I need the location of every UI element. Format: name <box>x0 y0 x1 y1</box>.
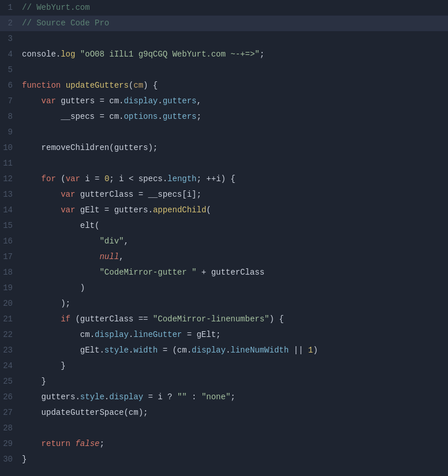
line-number: 8 <box>0 109 22 125</box>
token: appendChild <box>153 205 206 215</box>
code-line: 25 } <box>0 374 448 389</box>
code-line: 1// WebYurt.com <box>0 0 448 16</box>
line-number: 12 <box>0 171 22 187</box>
line-number: 18 <box>0 265 22 280</box>
line-number: 25 <box>0 374 22 389</box>
token: ); <box>22 299 70 308</box>
code-line: 9 <box>0 125 448 140</box>
token: } <box>22 455 27 464</box>
token <box>22 237 99 246</box>
token: var <box>66 174 80 183</box>
token: gElt = gutters <box>75 205 148 215</box>
line-number: 1 <box>0 0 22 16</box>
token: ( <box>206 205 211 215</box>
line-number: 27 <box>0 405 22 421</box>
token: // WebYurt.com <box>22 3 90 12</box>
token: width <box>133 346 158 355</box>
token: : <box>187 392 201 402</box>
line-content <box>22 62 448 78</box>
token: display <box>192 346 226 355</box>
token: . <box>99 346 104 355</box>
line-content: } <box>22 358 448 374</box>
line-content: gElt.style.width = (cm.display.lineNumWi… <box>22 343 448 358</box>
token: , <box>124 237 128 246</box>
line-number: 5 <box>0 62 22 78</box>
token: var <box>61 190 75 199</box>
line-number: 15 <box>0 218 22 234</box>
token: ; <box>260 50 264 59</box>
line-content: elt( <box>22 218 448 234</box>
token: if <box>61 314 70 324</box>
token: = gElt; <box>182 330 221 339</box>
token: ) <box>22 283 85 293</box>
code-line: 17 null, <box>0 249 448 265</box>
line-number: 16 <box>0 234 22 249</box>
token: for <box>42 174 56 183</box>
token: display <box>109 392 143 402</box>
token: ; <box>230 392 235 402</box>
token: ( <box>129 81 133 90</box>
token: gutters = cm <box>56 96 119 106</box>
token: style <box>104 346 129 355</box>
token: "CodeMirror-gutter " <box>99 268 196 277</box>
token: removeChildren <box>22 143 109 152</box>
line-number: 2 <box>0 16 22 31</box>
token <box>22 314 61 324</box>
token: log <box>61 50 75 59</box>
token: . <box>158 112 162 121</box>
token: ( <box>56 174 66 183</box>
line-number: 9 <box>0 125 22 140</box>
code-line: 21 if (gutterClass == "CodeMirror-linenu… <box>0 312 448 327</box>
line-content: cm.display.lineGutter = gElt; <box>22 327 448 343</box>
line-content: console.log "oO08 iIlL1 g9qCGQ WebYurt.c… <box>22 47 448 62</box>
token: . <box>129 330 133 339</box>
code-line: 4console.log "oO08 iIlL1 g9qCGQ WebYurt.… <box>0 47 448 62</box>
token: "" <box>177 392 187 402</box>
code-line: 11 <box>0 156 448 171</box>
line-number: 13 <box>0 187 22 203</box>
token: = i ? <box>143 392 177 402</box>
token <box>22 190 61 199</box>
line-content: return false; <box>22 436 448 452</box>
token: "div" <box>99 237 124 246</box>
token: cm <box>133 81 143 90</box>
token <box>22 439 42 448</box>
token: (gutterClass == <box>70 314 153 324</box>
token: . <box>56 50 61 59</box>
code-line: 13 var gutterClass = __specs[i]; <box>0 187 448 203</box>
token: display <box>95 330 129 339</box>
token: ; ++i) { <box>197 174 236 183</box>
line-number: 22 <box>0 327 22 343</box>
token <box>22 174 42 183</box>
line-content: var gElt = gutters.appendChild( <box>22 203 448 218</box>
line-content: var gutterClass = __specs[i]; <box>22 187 448 203</box>
token: i = <box>80 174 104 183</box>
token: + gutterClass <box>196 268 264 277</box>
token: ) { <box>270 314 284 324</box>
token: (gutters); <box>109 143 158 152</box>
token: lineNumWidth <box>230 346 289 355</box>
line-number: 4 <box>0 47 22 62</box>
token: return <box>42 439 70 448</box>
token <box>22 96 42 106</box>
line-content: null, <box>22 249 448 265</box>
token <box>22 205 61 215</box>
token: gutters <box>163 96 197 106</box>
token: 1 <box>308 346 313 355</box>
token: . <box>129 346 133 355</box>
code-line: 6function updateGutters(cm) { <box>0 78 448 93</box>
token: ; i < specs <box>109 174 162 183</box>
code-line: 27 updateGutterSpace(cm); <box>0 405 448 421</box>
token: length <box>167 174 196 183</box>
line-content: ); <box>22 296 448 312</box>
line-content: removeChildren(gutters); <box>22 140 448 156</box>
line-content <box>22 125 448 140</box>
code-editor: 1// WebYurt.com2// Source Code Pro3 4con… <box>0 0 448 467</box>
token: lineGutter <box>133 330 182 339</box>
token: ; <box>99 439 104 448</box>
line-number: 7 <box>0 93 22 109</box>
line-number: 14 <box>0 203 22 218</box>
token: } <box>22 377 46 386</box>
token: gutters <box>163 112 197 121</box>
line-content: updateGutterSpace(cm); <box>22 405 448 421</box>
